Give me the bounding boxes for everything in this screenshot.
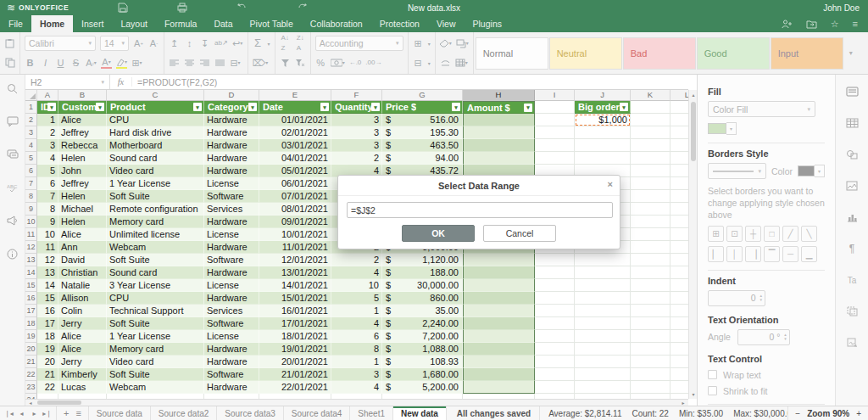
hamburger-menu-icon[interactable]: ≡ <box>853 19 858 29</box>
cell-L8[interactable] <box>670 190 688 203</box>
cell-G5[interactable]: $94.00 <box>382 152 463 165</box>
cell-G15[interactable]: $30,000.00 <box>382 279 463 292</box>
cell-B17[interactable]: Colin <box>58 305 107 317</box>
cell-A16[interactable]: 15 <box>37 292 58 305</box>
cell-L20[interactable] <box>670 343 688 356</box>
cell-L12[interactable] <box>670 241 688 254</box>
textart-settings-icon[interactable]: Ta <box>845 273 859 287</box>
cell-I2[interactable] <box>535 114 575 126</box>
diagonal-up-border-button[interactable]: ╱ <box>782 226 798 242</box>
cell-D12[interactable]: Hardware <box>204 241 259 254</box>
cell-K17[interactable] <box>631 305 670 317</box>
cell-H13[interactable] <box>463 254 535 266</box>
add-sheet-icon[interactable]: + <box>64 408 69 418</box>
cell-K21[interactable] <box>631 356 670 368</box>
row-header-18[interactable]: 18 <box>25 317 37 330</box>
cell-H23[interactable] <box>463 381 535 394</box>
cell-C4[interactable]: Motherboard <box>107 139 204 152</box>
cell-G16[interactable]: $860.00 <box>382 292 463 305</box>
decrease-decimal-icon[interactable]: ←.0 <box>349 58 362 68</box>
search-icon[interactable] <box>6 81 19 95</box>
image-settings-icon[interactable] <box>845 179 859 193</box>
format-table-template-icon[interactable] <box>440 59 451 67</box>
cell-E4[interactable]: 03/01/2021 <box>259 139 331 152</box>
cell-J19[interactable] <box>575 330 631 343</box>
sheet-tab-source-data[interactable]: Source data <box>89 406 151 420</box>
filter-icon[interactable]: ▾ <box>248 103 257 111</box>
ok-button[interactable]: OK <box>402 225 475 242</box>
cell-E10[interactable]: 09/01/2021 <box>259 216 331 228</box>
cell-A1[interactable]: ID▾ <box>37 101 58 114</box>
clear-filter-icon[interactable] <box>295 59 306 67</box>
filter-icon[interactable]: ▾ <box>47 103 56 111</box>
cell-C22[interactable]: Soft Suite <box>107 368 204 381</box>
cell-I22[interactable] <box>535 368 575 381</box>
cell-K22[interactable] <box>631 368 670 381</box>
cell-K8[interactable] <box>631 190 670 203</box>
cell-B7[interactable]: Jeffrey <box>58 177 107 190</box>
chart-settings-icon[interactable] <box>845 210 859 224</box>
cell-settings-icon[interactable] <box>845 85 859 98</box>
row-header-17[interactable]: 17 <box>25 305 37 317</box>
sheet-tab-source-data4[interactable]: Source data4 <box>284 406 351 420</box>
cell-G22[interactable]: $1,680.00 <box>382 368 463 381</box>
cell-F19[interactable]: 6 <box>331 330 382 343</box>
cell-L15[interactable] <box>670 279 688 292</box>
cell-C21[interactable]: Video card <box>107 356 204 368</box>
cross-borders-button[interactable]: ┼ <box>745 226 761 242</box>
cell-E23[interactable]: 22/01/2021 <box>259 381 331 394</box>
cell-A22[interactable]: 21 <box>37 368 58 381</box>
scroll-right-icon[interactable]: ▸ <box>678 400 688 406</box>
cell-J14[interactable] <box>575 266 631 279</box>
sort-asc-icon[interactable]: A↓Z <box>280 33 291 53</box>
cell-E3[interactable]: 02/01/2021 <box>259 126 331 139</box>
cell-C18[interactable]: Soft Suite <box>107 317 204 330</box>
cell-K10[interactable] <box>631 216 670 228</box>
row-header-3[interactable]: 3 <box>25 126 37 139</box>
row-header-16[interactable]: 16 <box>25 292 37 305</box>
cell-A14[interactable]: 13 <box>37 266 58 279</box>
cell-L1[interactable] <box>670 101 688 114</box>
cell-G17[interactable]: $35.00 <box>382 305 463 317</box>
clear-icon[interactable]: ⌦▾ <box>253 58 269 68</box>
cell-B4[interactable]: Rebecca <box>58 139 107 152</box>
diagonal-down-border-button[interactable]: ╲ <box>801 226 817 242</box>
cell-K11[interactable] <box>631 228 670 241</box>
cell-F15[interactable]: 10 <box>331 279 382 292</box>
wrap-text-icon[interactable]: ↩▾ <box>232 38 243 48</box>
cell-A8[interactable]: 7 <box>37 190 58 203</box>
cell-K4[interactable] <box>631 139 670 152</box>
vertical-scroll-thumb[interactable] <box>691 102 696 161</box>
cell-style-normal[interactable]: Normal <box>476 37 548 70</box>
cell-H16[interactable] <box>463 292 535 305</box>
cell-L6[interactable] <box>670 165 688 177</box>
cell-K3[interactable] <box>631 126 670 139</box>
cell-B22[interactable]: Kimberly <box>58 368 107 381</box>
column-header-I[interactable]: I <box>535 90 575 101</box>
dialog-title-bar[interactable]: Select Data Range × <box>338 176 620 196</box>
cell-C16[interactable]: CPU <box>107 292 204 305</box>
cell-H5[interactable] <box>463 152 535 165</box>
sheet-tab-source-data3[interactable]: Source data3 <box>217 406 284 420</box>
border-color-swatch[interactable]: ▾ <box>798 165 825 177</box>
cell-E16[interactable]: 15/01/2021 <box>259 292 331 305</box>
spellcheck-icon[interactable]: ABC <box>6 181 19 194</box>
cell-E5[interactable]: 04/01/2021 <box>259 152 331 165</box>
save-icon[interactable] <box>118 3 128 13</box>
sort-desc-icon[interactable]: Z↓A <box>295 33 306 53</box>
favorites-star-icon[interactable]: ☆ <box>831 19 839 30</box>
cell-L9[interactable] <box>670 203 688 216</box>
cell-C5[interactable]: Sound card <box>107 152 204 165</box>
cell-D19[interactable]: License <box>204 330 259 343</box>
cell-I23[interactable] <box>535 381 575 394</box>
name-box[interactable]: H2▾ <box>25 75 110 89</box>
cell-C12[interactable]: Webcam <box>107 241 204 254</box>
vertical-scrollbar[interactable]: ▴ ▾ <box>688 90 697 399</box>
autosum-icon[interactable]: Σ <box>253 38 264 48</box>
cell-B16[interactable]: Allison <box>58 292 107 305</box>
horizontal-border-button[interactable]: ─ <box>782 246 798 262</box>
cell-H20[interactable] <box>463 343 535 356</box>
cell-A6[interactable]: 5 <box>37 165 58 177</box>
cell-D18[interactable]: Software <box>204 317 259 330</box>
cell-D1[interactable]: Category▾ <box>204 101 259 114</box>
